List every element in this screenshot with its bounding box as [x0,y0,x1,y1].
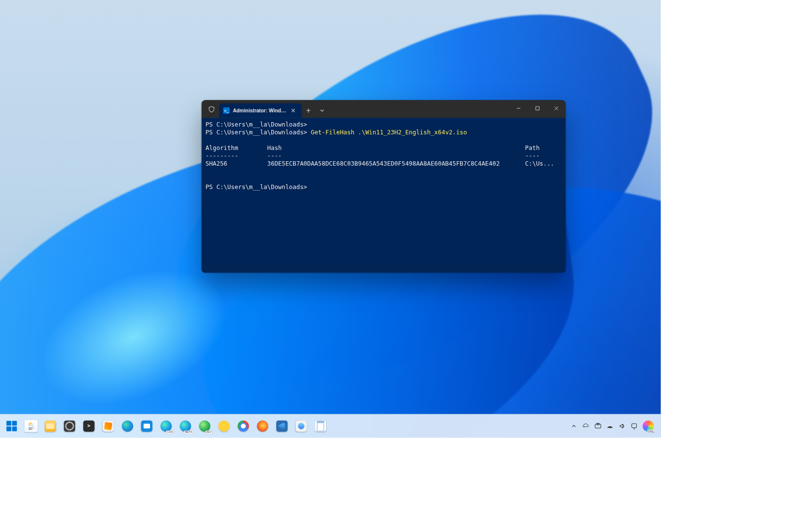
tab-dropdown-button[interactable] [315,103,329,118]
onedrive-icon[interactable] [581,421,591,431]
firefox-icon [257,421,268,432]
tray-overflow-button[interactable] [569,421,579,431]
svg-rect-4 [632,424,637,427]
terminal-window[interactable]: >_ Administrator: Windows PowerShell PS … [201,100,565,273]
weather-temp: 35° [28,427,34,430]
file-explorer-icon [44,421,56,432]
taskbar[interactable]: ⛅ 35° CAN BETA DEV [0,414,661,438]
admin-shield-icon [208,106,215,113]
chrome-canary-icon [218,421,230,432]
tab-close-button[interactable] [289,106,298,115]
terminal-icon [83,421,94,432]
taskbar-terminal[interactable] [81,418,98,435]
taskbar-edge-canary[interactable]: CAN [158,418,175,435]
copilot-icon [643,421,654,432]
taskbar-notepad[interactable] [312,418,329,435]
taskbar-file-explorer[interactable] [42,418,59,435]
col-header-path: Path [525,145,540,152]
notepad-icon [315,421,326,432]
tray-language-icon[interactable] [593,421,603,431]
new-tab-button[interactable] [302,103,315,118]
ps-prompt: PS C:\Users\m__la\Downloads> [205,183,307,191]
maximize-button[interactable] [528,100,547,116]
tab-title: Administrator: Windows PowerShell [233,108,287,114]
chrome-icon [238,421,249,432]
taskbar-edge-beta[interactable]: BETA [177,418,194,435]
tray-network-icon[interactable] [605,421,615,431]
weather-icon: ⛅ 35° [24,420,38,432]
taskbar-settings[interactable] [61,418,78,435]
taskbar-weather[interactable]: ⛅ 35° [22,418,40,435]
start-button[interactable] [3,418,21,435]
gear-icon [64,421,75,432]
close-button[interactable] [547,100,566,116]
ps-prompt: PS C:\Users\m__la\Downloads> [205,121,307,128]
taskbar-chrome-canary[interactable] [216,418,233,435]
terminal-output[interactable]: PS C:\Users\m__la\Downloads> PS C:\Users… [201,118,565,273]
col-sep: ---- [525,152,540,160]
taskbar-chrome[interactable] [235,418,252,435]
windows-logo-icon [6,421,17,431]
val-hash: 36DE5ECB7A0DAA58DCE68C03B9465A543ED0F549… [267,160,500,168]
col-header-hash: Hash [267,145,282,152]
terminal-tab-active[interactable]: >_ Administrator: Windows PowerShell [219,103,302,118]
val-path: C:\Us... [525,160,554,168]
tray-notifications-icon[interactable] [629,421,639,431]
accessory-icon [103,421,114,432]
devhome-icon [296,421,307,432]
system-tray[interactable] [569,421,657,431]
taskbar-devhome[interactable] [293,418,310,435]
ps-prompt: PS C:\Users\m__la\Downloads> [205,129,310,136]
val-algo: SHA256 [205,160,227,168]
taskbar-accessory[interactable] [100,418,117,435]
vscode-icon [276,421,287,432]
svg-rect-0 [536,106,539,110]
tray-volume-icon[interactable] [617,421,627,431]
col-header-algo: Algorithm [205,145,238,152]
taskbar-edge-dev[interactable]: DEV [196,418,214,435]
store-icon [141,421,152,432]
minimize-button[interactable] [509,100,528,116]
taskbar-store[interactable] [138,418,155,435]
tray-copilot-button[interactable] [641,421,655,431]
taskbar-vscode[interactable] [274,418,291,435]
taskbar-firefox[interactable] [254,418,271,435]
ps-command: Get-FileHash .\Win11_23H2_English_x64v2.… [311,129,467,136]
titlebar[interactable]: >_ Administrator: Windows PowerShell [201,100,565,118]
col-sep: ---- [267,152,282,160]
col-sep: --------- [205,152,238,160]
taskbar-edge[interactable] [119,418,136,435]
powershell-icon: >_ [223,107,230,114]
edge-icon [122,421,133,432]
svg-point-3 [609,428,610,429]
